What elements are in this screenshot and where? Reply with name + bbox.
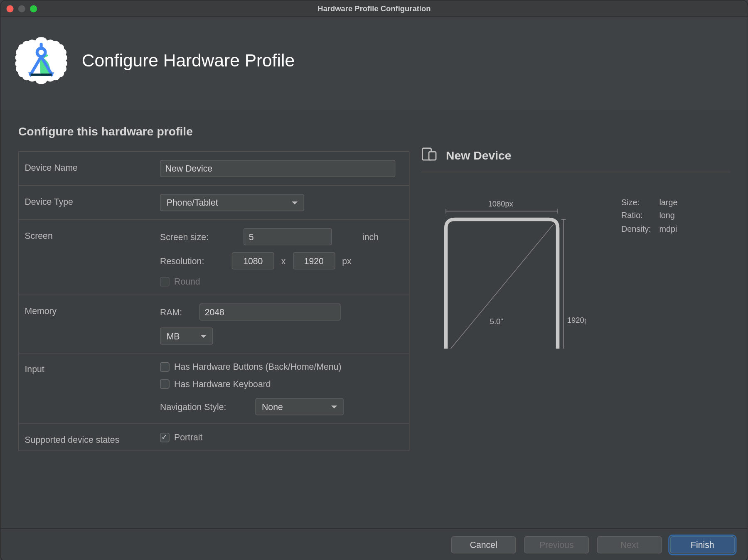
stat-ratio-key: Ratio: (621, 209, 651, 222)
resolution-unit: px (342, 256, 351, 266)
screen-size-unit: inch (362, 232, 379, 242)
resolution-label: Resolution: (160, 256, 225, 266)
resolution-height-input[interactable] (293, 252, 335, 269)
navigation-style-label: Navigation Style: (160, 402, 248, 412)
window-minimize-icon[interactable] (18, 5, 25, 12)
round-checkbox-label: Round (174, 276, 200, 286)
stat-size-key: Size: (621, 196, 651, 209)
checkbox-icon (160, 277, 170, 286)
devices-icon (421, 147, 438, 164)
device-type-value: Phone/Tablet (167, 198, 218, 208)
checkbox-icon (160, 362, 170, 371)
stat-density-value: mdpi (659, 222, 677, 236)
diagram-height-label2: 1920px (567, 316, 586, 324)
hw-keyboard-label: Has Hardware Keyboard (174, 379, 271, 389)
resolution-separator: x (281, 256, 286, 266)
diagram-diagonal-label: 5.0" (490, 317, 503, 326)
finish-button[interactable]: Finish (670, 536, 735, 553)
stat-size-value: large (659, 196, 677, 209)
window-title: Hardware Profile Configuration (0, 4, 748, 13)
screen-size-input[interactable] (244, 228, 332, 245)
android-studio-icon (15, 35, 67, 87)
dialog-footer: Cancel Previous Next Finish (0, 528, 748, 560)
window-controls (7, 5, 37, 12)
memory-label: Memory (25, 304, 154, 345)
supported-states-label: Supported device states (25, 432, 154, 445)
hardware-profile-form: Device Name Device Type Phone/Tablet Scr… (18, 151, 409, 451)
diagram-width-label: 1080px (488, 199, 513, 208)
ram-input[interactable] (199, 304, 341, 321)
page-title: Configure Hardware Profile (82, 51, 295, 71)
window-maximize-icon[interactable] (30, 5, 37, 12)
section-heading: Configure this hardware profile (18, 125, 409, 138)
checkbox-icon (160, 432, 170, 442)
checkbox-icon (160, 379, 170, 388)
stat-ratio-value: long (659, 209, 677, 222)
preview-title: New Device (446, 148, 511, 162)
banner: Configure Hardware Profile (0, 17, 748, 110)
portrait-label: Portrait (174, 432, 202, 442)
next-button[interactable]: Next (597, 536, 662, 553)
ram-label: RAM: (160, 307, 192, 317)
svg-line-12 (450, 224, 554, 349)
navigation-style-select[interactable]: None (255, 398, 343, 415)
previous-button[interactable]: Previous (524, 536, 589, 553)
hw-buttons-label: Has Hardware Buttons (Back/Home/Menu) (174, 362, 341, 372)
portrait-checkbox[interactable]: Portrait (160, 432, 399, 442)
ram-unit-value: MB (167, 331, 180, 341)
device-name-label: Device Name (25, 160, 154, 177)
window-close-icon[interactable] (7, 5, 14, 12)
hw-keyboard-checkbox[interactable]: Has Hardware Keyboard (160, 379, 399, 389)
device-type-label: Device Type (25, 194, 154, 211)
round-checkbox: Round (160, 276, 200, 286)
titlebar: Hardware Profile Configuration (0, 0, 748, 17)
cancel-button[interactable]: Cancel (451, 536, 516, 553)
stat-density-key: Density: (621, 222, 651, 236)
hw-buttons-checkbox[interactable]: Has Hardware Buttons (Back/Home/Menu) (160, 362, 399, 372)
navigation-style-value: None (262, 402, 283, 412)
device-name-input[interactable] (160, 160, 395, 177)
ram-unit-select[interactable]: MB (160, 328, 213, 345)
resolution-width-input[interactable] (232, 252, 274, 269)
device-diagram: 1080px 1920px 5.0" (433, 196, 586, 349)
screen-size-label: Screen size: (160, 232, 236, 242)
input-label: Input (25, 362, 154, 415)
preview-stats: Size: large Ratio: long Density: mdpi (621, 196, 678, 349)
screen-label: Screen (25, 228, 154, 286)
device-type-select[interactable]: Phone/Tablet (160, 194, 304, 211)
svg-rect-6 (429, 152, 436, 160)
